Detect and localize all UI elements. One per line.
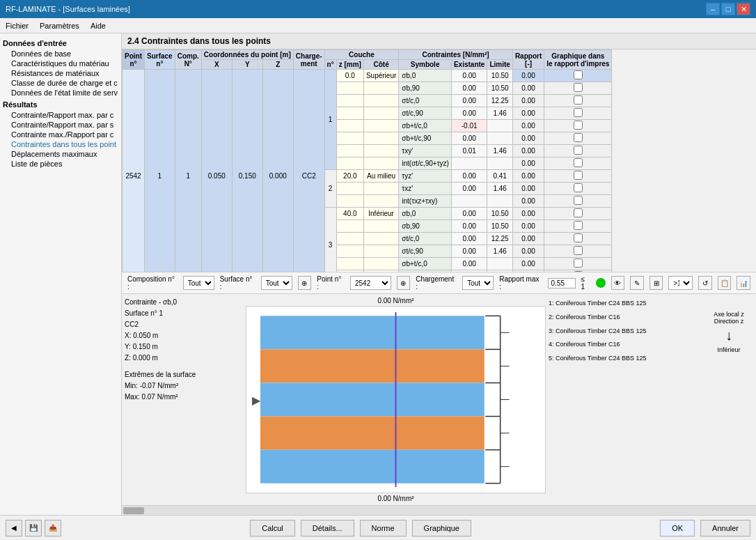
refresh-button[interactable]: ↺ (698, 276, 712, 290)
th-charge: Charge-ment (293, 50, 324, 70)
sidebar-item-contrainte-max-s[interactable]: Contrainte/Rapport max. par s (3, 120, 118, 130)
sidebar-item-caracteristiques[interactable]: Caractéristiques du matériau (3, 59, 118, 68)
nav-save-button[interactable]: 💾 (25, 520, 42, 537)
table-cell (336, 95, 363, 107)
print-checkbox[interactable] (574, 133, 583, 142)
sidebar-item-contraintes-points[interactable]: Contraintes dans tous les point (3, 139, 118, 149)
title-bar-text: RF-LAMINATE - [Surfaces laminées] (6, 5, 130, 13)
table-cell (544, 157, 612, 170)
th-limite: Limite (487, 60, 512, 70)
table-cell: int(τxz+τxy) (399, 195, 452, 208)
table-cell (544, 82, 612, 95)
chart-z: Z: 0.000 m (125, 353, 243, 364)
surface-select[interactable]: Tout (261, 276, 292, 290)
minimize-button[interactable]: – (706, 3, 720, 15)
details-button[interactable]: Détails... (301, 520, 354, 537)
sidebar-item-etat-limite[interactable]: Données de l'état limite de serv (3, 88, 118, 98)
down-arrow: ↓ (704, 327, 753, 344)
print-checkbox[interactable] (574, 233, 583, 242)
menu-aide[interactable]: Aide (90, 22, 106, 30)
composition-select[interactable]: Tout (183, 276, 214, 290)
table-cell: 0.00 (512, 107, 544, 120)
close-button[interactable]: ✕ (737, 3, 750, 15)
sidebar-item-donnees-base[interactable]: Données de base (3, 49, 118, 59)
table-cell: σb+t/c,0 (399, 120, 452, 132)
print-checkbox[interactable] (574, 246, 583, 255)
sidebar-item-deplacements[interactable]: Déplacements maximaux (3, 149, 118, 159)
table-cell (487, 120, 512, 132)
chargement-select[interactable]: Tout (462, 276, 494, 290)
sidebar-item-resistances[interactable]: Résistances de matériaux (3, 68, 118, 78)
table-cell (336, 107, 363, 120)
print-checkbox[interactable] (574, 208, 583, 217)
menu-parametres[interactable]: Paramètres (40, 22, 79, 30)
table-cell (363, 120, 398, 132)
table-cell (487, 258, 512, 270)
print-checkbox[interactable] (574, 196, 583, 205)
table-cell: σt/c,90 (399, 107, 452, 120)
table-container[interactable]: Pointn° Surfacen° Comp.N° Coordonnées du… (122, 49, 756, 272)
menu-fichier[interactable]: Fichier (6, 22, 29, 30)
print-checkbox[interactable] (574, 146, 583, 155)
print-checkbox[interactable] (574, 121, 583, 130)
calcul-button[interactable]: Calcul (250, 520, 295, 537)
nav-back-button[interactable]: ◀ (6, 520, 22, 537)
sidebar-item-liste-pieces[interactable]: Liste de pièces (3, 159, 118, 169)
table-cell: σt/c,0 (399, 233, 452, 245)
th-contraintes: Contraintes [N/mm²] (399, 50, 513, 60)
ok-button[interactable]: OK (660, 520, 695, 537)
title-bar: RF-LAMINATE - [Surfaces laminées] – □ ✕ (0, 0, 756, 18)
print-checkbox[interactable] (574, 183, 583, 192)
print-checkbox[interactable] (574, 108, 583, 117)
table-cell (363, 183, 398, 195)
axis-info: Axe local z Direction z ↓ Inférieur (704, 311, 753, 502)
table-cell (544, 145, 612, 157)
print-checkbox[interactable] (574, 171, 583, 180)
sidebar-item-contrainte-max-c[interactable]: Contrainte/Rapport max. par c (3, 110, 118, 120)
th-surface: Surfacen° (145, 50, 175, 70)
table-cell: σt/c,90 (399, 245, 452, 258)
print-checkbox[interactable] (574, 70, 583, 79)
nav-export-button[interactable]: 📤 (45, 520, 61, 537)
surface-pick-button[interactable]: ⊕ (298, 276, 312, 290)
sidebar-item-classe-duree[interactable]: Classe de durée de charge et c (3, 78, 118, 88)
point-select[interactable]: 2542 (350, 276, 391, 290)
title-bar-controls: – □ ✕ (706, 3, 750, 15)
sidebar-item-contrainte-max-c2[interactable]: Contrainte max./Rapport par c (3, 130, 118, 139)
horizontal-scrollbar[interactable] (122, 505, 756, 515)
export-button[interactable]: 📋 (718, 276, 732, 290)
table-cell (363, 220, 398, 233)
print-checkbox[interactable] (574, 221, 583, 230)
table-cell: 0.00 (451, 70, 487, 82)
point-pick-button[interactable]: ⊕ (397, 276, 411, 290)
chart-extremes-title: Extrêmes de la surface (125, 369, 243, 380)
gt1-select[interactable]: >1 (668, 276, 693, 290)
print-checkbox[interactable] (574, 158, 583, 167)
legend-item: 2: Coniferous Timber C16 (549, 311, 702, 325)
scrollbar-thumb[interactable] (123, 507, 144, 514)
maximize-button[interactable]: □ (721, 3, 735, 15)
direction-z: Direction z (704, 318, 753, 325)
th-couche-n: n° (324, 60, 336, 70)
chart-y: Y: 0.150 m (125, 341, 243, 353)
th-coordonnees: Coordonnées du point [m] (201, 50, 293, 60)
print-checkbox[interactable] (574, 83, 583, 92)
filter-button[interactable]: ⊞ (649, 276, 663, 290)
print-checkbox[interactable] (574, 95, 583, 105)
table-cell (544, 132, 612, 145)
excel-button[interactable]: 📊 (737, 276, 750, 290)
chart-right: 1: Coniferous Timber C24 BBS 1252: Conif… (549, 297, 753, 502)
view-button[interactable]: 👁 (611, 276, 625, 290)
edit-button[interactable]: ✎ (630, 276, 644, 290)
graphique-button[interactable]: Graphique (412, 520, 471, 537)
annuler-button[interactable]: Annuler (700, 520, 750, 537)
table-cell: 0.00 (512, 70, 544, 82)
table-cell: 0.00 (512, 183, 544, 195)
table-cell: 0.00 (512, 233, 544, 245)
table-cell: 1 (175, 70, 201, 273)
print-checkbox[interactable] (574, 259, 583, 268)
norme-button[interactable]: Norme (360, 520, 407, 537)
table-cell: 1.46 (487, 145, 512, 157)
table-cell (487, 195, 512, 208)
table-cell (336, 195, 363, 208)
